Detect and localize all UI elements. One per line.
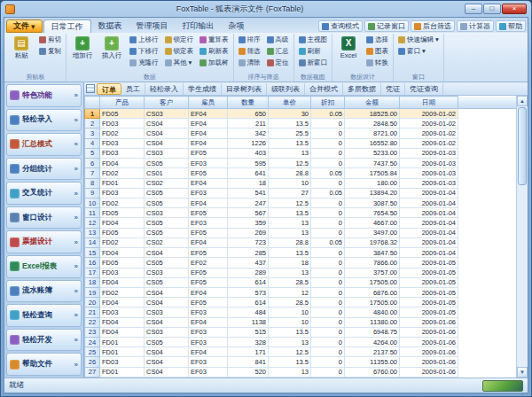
cell[interactable]: 2009-01-06: [400, 347, 458, 357]
main-view-button[interactable]: 主视图: [297, 35, 330, 45]
cell[interactable]: 0: [311, 178, 345, 188]
cell[interactable]: 359: [228, 218, 269, 228]
cell[interactable]: 18525.00: [345, 109, 400, 119]
cell[interactable]: 515: [228, 327, 269, 337]
cell[interactable]: EF03: [189, 159, 228, 168]
row-number[interactable]: 10: [85, 198, 100, 207]
cell[interactable]: 7654.50: [345, 208, 400, 218]
row-number[interactable]: 17: [85, 268, 100, 277]
cell[interactable]: 2009-01-06: [400, 367, 458, 377]
cell[interactable]: 0: [311, 347, 345, 357]
column-header[interactable]: 雇员: [189, 97, 228, 109]
table-tab-voucher-query[interactable]: 凭证查询: [405, 83, 443, 95]
cell[interactable]: 13.5: [269, 248, 311, 258]
column-header[interactable]: 日期: [400, 97, 458, 109]
cell[interactable]: 614: [228, 277, 269, 287]
scroll-down-button[interactable]: ▼: [517, 367, 528, 378]
cell[interactable]: 2009-01-04: [400, 237, 458, 247]
row-number[interactable]: 22: [85, 317, 100, 327]
cell[interactable]: EF04: [189, 198, 228, 207]
cell[interactable]: 13: [269, 218, 311, 228]
cell[interactable]: CS04: [145, 317, 189, 327]
cell[interactable]: 0: [311, 198, 345, 207]
cell[interactable]: CS05: [145, 277, 189, 287]
sidebar-item-cross-stats[interactable]: 交叉统计»: [6, 182, 82, 205]
cell[interactable]: 0: [311, 327, 345, 337]
row-number[interactable]: 4: [85, 138, 100, 148]
cell[interactable]: 2009-01-02: [400, 128, 458, 138]
cell[interactable]: FD02: [100, 168, 145, 178]
row-number[interactable]: 15: [85, 248, 100, 258]
move-row-up-button[interactable]: 上移行: [128, 35, 160, 45]
scroll-up-button[interactable]: ▲: [517, 96, 528, 106]
column-header[interactable]: 数量: [228, 97, 269, 109]
row-number[interactable]: 8: [85, 178, 100, 188]
cell[interactable]: 520: [228, 367, 269, 377]
table-tab-voucher[interactable]: 凭证: [381, 83, 405, 95]
cell[interactable]: 2009-01-02: [400, 119, 458, 128]
cell[interactable]: 2137.50: [345, 347, 400, 357]
row-number[interactable]: 19: [85, 287, 100, 297]
sidebar-item-easy-develop[interactable]: 轻松开发»: [6, 329, 82, 352]
cell[interactable]: 12.5: [269, 198, 311, 207]
row-number[interactable]: 26: [85, 357, 100, 367]
cell[interactable]: 2009-01-06: [400, 327, 458, 337]
cell[interactable]: EF03: [189, 338, 228, 347]
cell[interactable]: 289: [228, 268, 269, 277]
cell[interactable]: 19768.32: [345, 237, 400, 247]
cell[interactable]: CS04: [145, 287, 189, 297]
row-number[interactable]: 23: [85, 327, 100, 337]
row-number[interactable]: 25: [85, 347, 100, 357]
lock-row-button[interactable]: 锁定行: [163, 35, 196, 45]
new-window-button[interactable]: 新窗口: [297, 58, 330, 68]
cell[interactable]: FD04: [100, 277, 145, 287]
cell[interactable]: 541: [228, 188, 269, 198]
cell[interactable]: 595: [228, 159, 269, 168]
cell[interactable]: 2009-01-05: [400, 307, 458, 317]
close-button[interactable]: ×: [502, 4, 527, 14]
cell[interactable]: 13: [269, 338, 311, 347]
recalculate-button[interactable]: 重算表: [198, 35, 231, 45]
cell[interactable]: 2009-01-04: [400, 208, 458, 218]
cell[interactable]: CS03: [145, 268, 189, 277]
cell[interactable]: 0: [311, 119, 345, 128]
cell[interactable]: 2009-01-03: [400, 159, 458, 168]
sidebar-item-window-design[interactable]: 窗口设计»: [6, 206, 82, 230]
cell[interactable]: 0: [311, 159, 345, 168]
cell[interactable]: FD02: [100, 128, 145, 138]
cell[interactable]: 641: [228, 168, 269, 178]
cell[interactable]: CS04: [145, 119, 189, 128]
cell[interactable]: 4667.00: [345, 218, 400, 228]
cell[interactable]: EF03: [189, 307, 228, 317]
cell[interactable]: EF04: [189, 317, 228, 327]
cell[interactable]: 10: [269, 307, 311, 317]
cell[interactable]: 0: [311, 208, 345, 218]
cell[interactable]: 484: [228, 307, 269, 317]
row-number[interactable]: 9: [85, 188, 100, 198]
row-number[interactable]: 11: [85, 208, 100, 218]
cell[interactable]: 25.5: [269, 128, 311, 138]
cell[interactable]: CS04: [145, 138, 189, 148]
table-tab-merge-mode[interactable]: 合并模式: [305, 83, 343, 95]
cell[interactable]: 0: [311, 258, 345, 268]
cell[interactable]: EF04: [189, 347, 228, 357]
summary-button[interactable]: 汇总: [265, 46, 291, 57]
cell[interactable]: 650: [228, 109, 269, 119]
cell[interactable]: 2009-01-06: [400, 357, 458, 367]
cell[interactable]: FD04: [100, 298, 145, 307]
tab-daily-work[interactable]: 日常工作: [43, 19, 91, 33]
cell[interactable]: 0: [311, 268, 345, 277]
cell[interactable]: 17505.84: [345, 168, 400, 178]
cell[interactable]: 211: [228, 119, 269, 128]
sidebar-item-group-stats[interactable]: 分组统计»: [6, 158, 82, 181]
cell[interactable]: CS03: [145, 307, 189, 317]
cell[interactable]: 18: [228, 178, 269, 188]
cell[interactable]: 3497.00: [345, 228, 400, 237]
row-number[interactable]: 24: [85, 338, 100, 347]
cell[interactable]: 10: [269, 317, 311, 327]
minimize-button[interactable]: –: [465, 4, 482, 14]
sidebar-item-summary-mode[interactable]: 汇总模式»: [6, 133, 82, 156]
cell[interactable]: 0.05: [311, 188, 345, 198]
cell[interactable]: 13.5: [269, 138, 311, 148]
cell[interactable]: FD05: [100, 258, 145, 268]
